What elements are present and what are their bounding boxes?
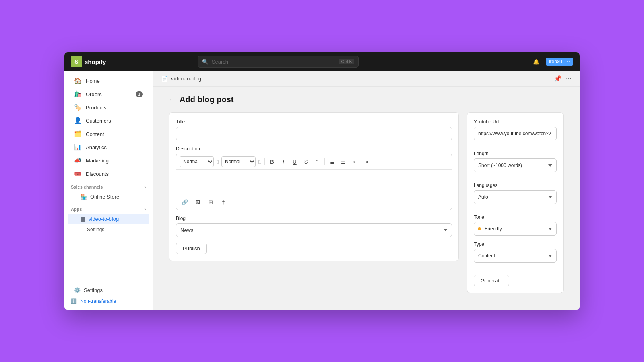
analytics-icon: 📊 — [74, 144, 82, 151]
youtube-url-label: Youtube Url — [474, 119, 557, 125]
page-title: Add blog post — [180, 95, 233, 104]
more-options-button[interactable]: ⋯ — [565, 75, 572, 82]
orders-icon: 🛍️ — [74, 90, 82, 98]
sidebar-item-content-label: Content — [86, 131, 104, 137]
type-group: Type Content Summary Tutorial — [474, 241, 557, 267]
list-bullet-button[interactable]: ☰ — [338, 156, 349, 167]
sidebar-item-home[interactable]: 🏠 Home — [68, 74, 149, 87]
customers-icon: 👤 — [74, 117, 82, 124]
side-panel-card: Youtube Url Length Short (~1000 words) M… — [467, 112, 564, 293]
settings-icon: ⚙️ — [74, 287, 80, 293]
search-bar[interactable]: 🔍 Search Ctrl K — [198, 56, 359, 68]
side-column: Youtube Url Length Short (~1000 words) M… — [467, 112, 564, 300]
publish-button[interactable]: Publish — [176, 243, 207, 254]
back-button[interactable]: ← — [169, 96, 175, 103]
editor-body[interactable] — [176, 170, 452, 194]
sidebar-item-orders[interactable]: 🛍️ Orders 1 — [68, 88, 149, 101]
link-button[interactable]: 🔗 — [180, 197, 190, 207]
sidebar-item-analytics-label: Analytics — [86, 144, 107, 150]
editor-toolbar: Normal Heading 1 Heading 2 ⇅ Normal Sans… — [176, 154, 452, 170]
tone-label: Tone — [474, 214, 557, 220]
type-label: Type — [474, 241, 557, 247]
content-area: 📄 video-to-blog 📌 ⋯ ← Add blog post — [153, 71, 580, 310]
toolbar-divider-2 — [324, 158, 325, 165]
indent-left-button[interactable]: ⇤ — [349, 156, 360, 167]
sidebar-item-analytics[interactable]: 📊 Analytics — [68, 141, 149, 154]
title-input[interactable] — [176, 127, 452, 140]
sidebar-item-content[interactable]: 🗂️ Content — [68, 128, 149, 140]
breadcrumb-actions: 📌 ⋯ — [554, 75, 572, 82]
pin-button[interactable]: 📌 — [554, 75, 562, 82]
toolbar-divider-1 — [264, 158, 265, 165]
non-transferable-label: ℹ️ Non-transferable — [64, 296, 153, 306]
generate-button[interactable]: Generate — [474, 275, 509, 286]
search-placeholder: Search — [212, 59, 228, 65]
languages-label: Languages — [474, 183, 557, 188]
title-label: Title — [176, 119, 452, 125]
products-icon: 🏷️ — [74, 104, 82, 111]
user-menu-button[interactable]: irepxu ⋯ — [546, 58, 573, 66]
type-select[interactable]: Content Summary Tutorial — [474, 249, 557, 263]
apps-section: Apps › — [64, 203, 153, 213]
youtube-url-input[interactable] — [474, 127, 557, 140]
info-icon: ℹ️ — [71, 298, 77, 304]
list-ordered-button[interactable]: ≣ — [327, 156, 337, 167]
apps-chevron: › — [144, 207, 146, 212]
shopify-icon: S — [71, 56, 82, 67]
format-select-1[interactable]: Normal Heading 1 Heading 2 — [180, 156, 214, 167]
sidebar-item-settings-sub-label: Settings — [87, 227, 104, 232]
title-group: Title — [176, 119, 452, 140]
two-col-layout: Title Description Normal — [169, 112, 564, 300]
format-select-2[interactable]: Normal Sans-serif — [221, 156, 256, 167]
main-column: Title Description Normal — [169, 112, 459, 300]
sidebar-item-discounts-label: Discounts — [86, 171, 109, 177]
sales-channels-section: Sales channels › — [64, 181, 153, 191]
bold-button[interactable]: B — [267, 156, 277, 167]
youtube-url-group: Youtube Url — [474, 119, 557, 145]
sidebar-item-video-to-blog-label: video-to-blog — [89, 216, 119, 222]
app-dot-icon — [80, 217, 85, 222]
notifications-button[interactable]: 🔔 — [530, 56, 542, 67]
sidebar: 🏠 Home 🛍️ Orders 1 🏷️ Products 👤 Custome… — [64, 71, 153, 310]
blog-select[interactable]: News Main Blog My Blog — [176, 223, 452, 237]
tone-dot — [478, 227, 481, 230]
languages-select[interactable]: Auto English Spanish French — [474, 190, 557, 204]
sidebar-item-discounts[interactable]: 🎟️ Discounts — [68, 167, 149, 180]
sidebar-item-customers[interactable]: 👤 Customers — [68, 114, 149, 127]
sidebar-item-home-label: Home — [86, 78, 100, 84]
length-group: Length Short (~1000 words) Medium (~2000… — [474, 151, 557, 177]
breadcrumb-bar: 📄 video-to-blog 📌 ⋯ — [153, 71, 580, 87]
publish-group: Publish — [176, 243, 452, 254]
code-button[interactable]: ƒ — [218, 197, 229, 207]
length-select[interactable]: Short (~1000 words) Medium (~2000 words)… — [474, 158, 557, 172]
sidebar-item-products[interactable]: 🏷️ Products — [68, 101, 149, 114]
apps-label: Apps — [71, 207, 82, 212]
top-nav: S shopify 🔍 Search Ctrl K 🔔 irepxu ⋯ — [64, 52, 580, 71]
non-transferable-text: Non-transferable — [80, 298, 116, 304]
table-button[interactable]: ⊞ — [205, 197, 216, 207]
sidebar-item-video-to-blog[interactable]: video-to-blog — [68, 214, 149, 224]
blockquote-button[interactable]: " — [312, 156, 322, 167]
sidebar-item-online-store-label: Online Store — [90, 194, 119, 200]
page-content: ← Add blog post Title — [153, 87, 580, 310]
editor-container: Normal Heading 1 Heading 2 ⇅ Normal Sans… — [176, 154, 452, 210]
strikethrough-button[interactable]: S — [301, 156, 311, 167]
indent-right-button[interactable]: ⇥ — [361, 156, 371, 167]
shopify-logo[interactable]: S shopify — [71, 56, 106, 67]
sidebar-item-online-store[interactable]: 🏪 Online Store — [68, 191, 149, 202]
page-header: ← Add blog post — [169, 95, 564, 104]
italic-button[interactable]: I — [278, 156, 289, 167]
sidebar-item-marketing[interactable]: 📣 Marketing — [68, 154, 149, 167]
sidebar-nav: 🏠 Home 🛍️ Orders 1 🏷️ Products 👤 Custome… — [64, 71, 153, 281]
languages-group: Languages Auto English Spanish French — [474, 183, 557, 209]
user-menu-icon: ⋯ — [565, 59, 570, 64]
tone-select[interactable]: Friendly Professional Casual Formal — [474, 222, 557, 236]
marketing-icon: 📣 — [74, 157, 82, 164]
sidebar-item-settings[interactable]: ⚙️ Settings — [68, 285, 149, 296]
image-button[interactable]: 🖼 — [192, 197, 203, 207]
tone-select-wrapper: Friendly Professional Casual Formal — [474, 222, 557, 236]
sidebar-item-settings-sub[interactable]: Settings — [68, 225, 149, 234]
description-label: Description — [176, 146, 452, 152]
underline-button[interactable]: U — [289, 156, 300, 167]
sidebar-item-marketing-label: Marketing — [86, 158, 109, 164]
